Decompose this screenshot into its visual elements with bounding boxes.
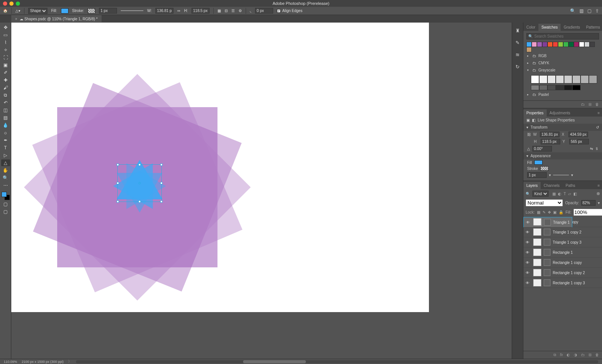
- layer-thumb[interactable]: [533, 228, 541, 236]
- swatch[interactable]: [564, 85, 572, 90]
- swatch[interactable]: [584, 42, 590, 47]
- align-edges-check[interactable]: ✓Align Edges: [277, 9, 302, 13]
- adjustment-icon[interactable]: ◑: [574, 353, 577, 357]
- selection-handle[interactable]: [138, 200, 141, 203]
- horizontal-scrollbar[interactable]: [76, 360, 598, 363]
- prop-y-input[interactable]: [569, 139, 589, 144]
- tab-swatches[interactable]: Swatches: [538, 24, 561, 31]
- filter-pixel-icon[interactable]: ▦: [552, 192, 556, 196]
- screen-mode-icon[interactable]: ▢: [1, 208, 10, 215]
- path-arrange-icon[interactable]: ☰: [231, 9, 235, 13]
- search-icon[interactable]: 🔍: [570, 8, 576, 14]
- reset-icon[interactable]: ↺: [596, 125, 599, 129]
- swatch[interactable]: [579, 42, 584, 47]
- canvas-area[interactable]: [11, 23, 512, 359]
- visibility-icon[interactable]: 👁: [526, 271, 531, 275]
- link-icon[interactable]: ⛓: [527, 132, 531, 136]
- doc-dimensions[interactable]: 2100 px x 1500 px (300 ppi): [22, 360, 64, 364]
- layer-item[interactable]: 👁Rectangle 1 copy 2: [523, 268, 602, 278]
- mask-thumb[interactable]: [544, 229, 550, 235]
- tab-adjustments[interactable]: Adjustments: [547, 109, 573, 117]
- tool-wand[interactable]: ✧: [1, 47, 10, 53]
- filter-type-icon[interactable]: T: [564, 192, 566, 196]
- swatch[interactable]: [531, 85, 539, 90]
- home-icon[interactable]: 🏠: [3, 9, 8, 13]
- mac-max[interactable]: [16, 2, 20, 6]
- tab-patterns[interactable]: Patterns: [583, 24, 602, 31]
- tool-hand[interactable]: ✋: [1, 167, 10, 174]
- quick-mask-icon[interactable]: ▢: [1, 201, 10, 208]
- tool-crop[interactable]: ⛶: [1, 54, 10, 61]
- layer-thumb[interactable]: [533, 259, 541, 266]
- lock-trans-icon[interactable]: ▦: [537, 210, 540, 214]
- swatch[interactable]: [553, 42, 558, 47]
- layer-thumb[interactable]: [533, 238, 541, 246]
- swatch[interactable]: [558, 42, 563, 47]
- lock-artboard-icon[interactable]: ▣: [553, 210, 556, 214]
- swatch-folder[interactable]: ▸🗀CMYK: [526, 59, 599, 67]
- swatch[interactable]: [537, 42, 542, 47]
- swatch[interactable]: [526, 47, 532, 52]
- prop-stroke-width-input[interactable]: [527, 172, 547, 178]
- lock-pos-icon[interactable]: ✥: [548, 210, 551, 214]
- prop-x-input[interactable]: [569, 132, 588, 137]
- layer-fill-input[interactable]: [573, 209, 602, 216]
- selection-handle[interactable]: [160, 164, 163, 166]
- swatch[interactable]: [574, 42, 579, 47]
- lock-all-icon[interactable]: 🔒: [559, 210, 563, 214]
- tab-channels[interactable]: Channels: [541, 182, 562, 189]
- mask-thumb[interactable]: [544, 279, 550, 286]
- tool-type[interactable]: T: [1, 144, 10, 151]
- stroke-width-input[interactable]: [99, 8, 117, 14]
- opacity-input[interactable]: [581, 200, 596, 206]
- layer-thumb[interactable]: [533, 218, 541, 226]
- shape-preset-icon[interactable]: △▾: [15, 9, 20, 13]
- tool-brush[interactable]: 🖌: [1, 84, 10, 91]
- visibility-icon[interactable]: 👁: [526, 250, 531, 255]
- tool-more[interactable]: ⋯: [1, 182, 10, 189]
- swatch-folder[interactable]: ▸🗀Pastel: [526, 91, 599, 98]
- gear-icon[interactable]: ⚙: [239, 9, 242, 13]
- swatch[interactable]: [556, 75, 564, 83]
- swatch-search[interactable]: 🔍: [526, 33, 599, 39]
- tool-pen[interactable]: ✒: [1, 137, 10, 144]
- frame-icon[interactable]: ▢: [587, 8, 591, 14]
- tool-gradient[interactable]: ▤: [1, 114, 10, 121]
- layer-item[interactable]: 👁Triangle 1: [523, 217, 572, 228]
- new-swatch-icon[interactable]: ⊞: [588, 102, 591, 106]
- tool-heal[interactable]: ✚: [1, 77, 10, 83]
- filter-adjust-icon[interactable]: ◐: [558, 192, 561, 196]
- swatch[interactable]: [547, 42, 553, 47]
- swatch-search-input[interactable]: [534, 34, 597, 38]
- swatch[interactable]: [564, 75, 572, 83]
- trash-icon[interactable]: 🗑: [595, 102, 599, 106]
- mac-min[interactable]: [9, 2, 14, 6]
- prop-stroke-swatch[interactable]: [540, 166, 549, 171]
- selection-handle[interactable]: [138, 164, 141, 166]
- tab-properties[interactable]: Properties: [523, 109, 547, 117]
- swatch[interactable]: [542, 42, 547, 47]
- trash-icon[interactable]: 🗑: [595, 353, 599, 357]
- visibility-icon[interactable]: 👁: [526, 261, 531, 265]
- swatch[interactable]: [572, 75, 581, 83]
- tool-frame[interactable]: ▣: [1, 62, 10, 68]
- tool-move[interactable]: ✥: [1, 24, 10, 31]
- filter-smart-icon[interactable]: ◧: [573, 192, 577, 196]
- swatch[interactable]: [531, 75, 539, 83]
- visibility-icon[interactable]: 👁: [526, 240, 531, 244]
- radius-input[interactable]: [255, 8, 273, 14]
- mask-thumb[interactable]: [544, 259, 550, 266]
- mac-close[interactable]: [3, 2, 7, 6]
- appearance-section[interactable]: ▾ Appearance: [523, 152, 602, 159]
- selection-handle[interactable]: [117, 182, 119, 184]
- visibility-icon[interactable]: 👁: [526, 220, 531, 224]
- flip-v-icon[interactable]: ⥮: [595, 147, 598, 151]
- transform-section[interactable]: ▾ Transform ↺: [523, 124, 602, 131]
- selection-handle[interactable]: [117, 164, 119, 166]
- fx-icon[interactable]: fx: [560, 353, 563, 357]
- width-input[interactable]: [155, 8, 173, 14]
- tab-paths[interactable]: Paths: [562, 182, 578, 189]
- new-layer-icon[interactable]: ⊞: [588, 353, 591, 357]
- panel-menu-icon[interactable]: ≡: [595, 182, 602, 189]
- prop-w-input[interactable]: [540, 132, 559, 137]
